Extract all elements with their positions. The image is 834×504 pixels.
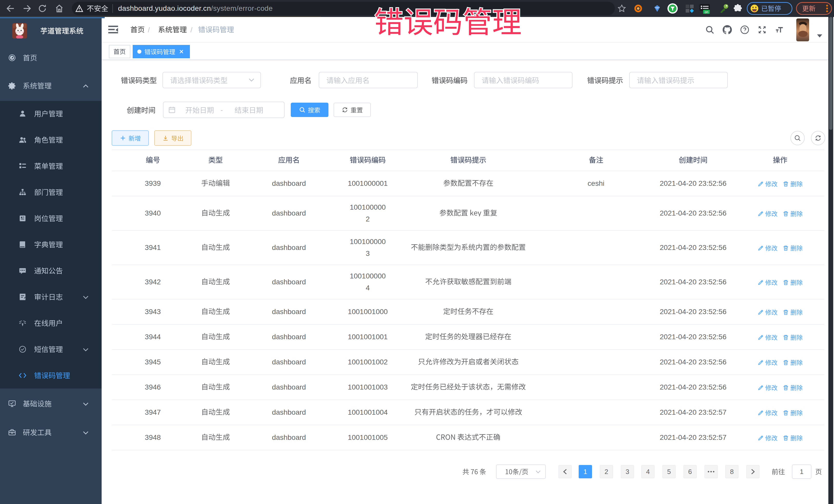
svg-text:on: on: [705, 10, 708, 14]
